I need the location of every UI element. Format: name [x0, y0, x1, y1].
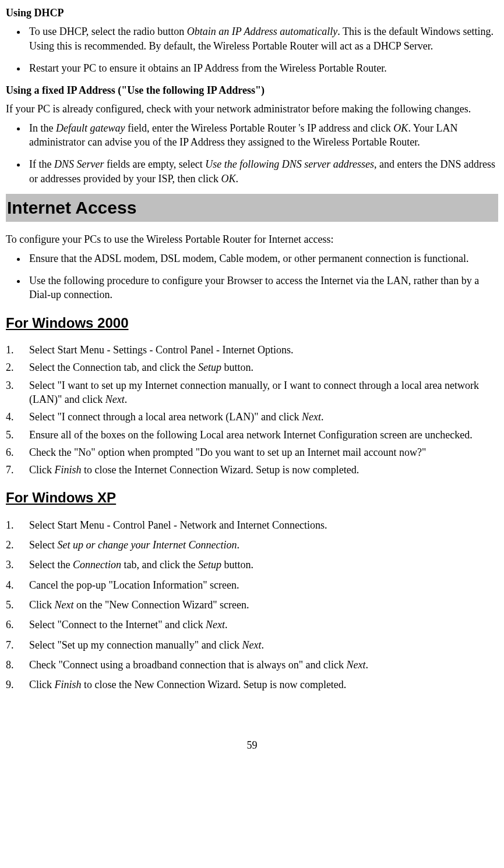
text: Click — [29, 599, 55, 611]
list-item: Select Set up or change your Internet Co… — [6, 538, 498, 552]
text: . — [235, 173, 238, 185]
heading-fixed-ip: Using a fixed IP Address ("Use the follo… — [6, 83, 498, 97]
text: Select the — [29, 559, 73, 571]
text-emphasis: Default gateway — [56, 122, 125, 134]
text: Select — [29, 539, 57, 551]
text-emphasis: Next — [302, 411, 321, 423]
text: Click — [29, 679, 55, 690]
bullet-list-internet-access: Ensure that the ADSL modem, DSL modem, C… — [6, 251, 498, 302]
list-item: Select the Connection tab, and click the… — [6, 360, 498, 374]
list-item: Cancel the pop-up "Location Information"… — [6, 578, 498, 592]
list-item: Select Start Menu - Control Panel - Netw… — [6, 518, 498, 532]
list-item: Use the following procedure to configure… — [27, 274, 498, 302]
paragraph: If your PC is already configured, check … — [6, 102, 498, 116]
text: . — [125, 394, 128, 405]
text: . — [237, 539, 239, 551]
text: Select "I want to set up my Internet con… — [29, 380, 479, 405]
text: Check the "No" option when prompted "Do … — [29, 447, 426, 458]
list-item: Click Finish to close the New Connection… — [6, 678, 498, 692]
list-item: Check the "No" option when prompted "Do … — [6, 445, 498, 459]
list-item: Select "I connect through a local area n… — [6, 410, 498, 424]
text: fields are empty, select — [104, 158, 205, 170]
list-item: Click Next on the "New Connection Wizard… — [6, 598, 498, 612]
list-item: Select "I want to set up my Internet con… — [6, 378, 498, 407]
text: to close the New Connection Wizard. Setu… — [82, 679, 347, 690]
list-item: If the DNS Server fields are empty, sele… — [27, 157, 498, 186]
text: Select "Set up my connection manually" a… — [29, 639, 242, 651]
text: to close the Internet Connection Wizard.… — [82, 464, 360, 476]
list-item: Click Finish to close the Internet Conne… — [6, 463, 498, 477]
text-emphasis: Next — [105, 394, 125, 405]
text: Select the Connection tab, and click the — [29, 362, 198, 373]
text: button. — [221, 362, 253, 373]
numbered-list-winxp: Select Start Menu - Control Panel - Netw… — [6, 518, 498, 692]
text-emphasis: Next — [242, 639, 262, 651]
list-item: Ensure that the ADSL modem, DSL modem, C… — [27, 251, 498, 265]
section-bar-internet-access: Internet Access — [6, 194, 498, 222]
text: Ensure all of the boxes on the following… — [29, 429, 473, 441]
text: . — [225, 619, 228, 630]
text-emphasis: Finish — [55, 464, 82, 476]
list-item: Check "Connect using a broadband connect… — [6, 658, 498, 672]
heading-windows-xp: For Windows XP — [6, 488, 498, 507]
bullet-list-fixed-ip: In the Default gateway field, enter the … — [6, 121, 498, 186]
text: on the "New Connection Wizard" screen. — [74, 599, 249, 611]
text: Cancel the pop-up "Location Information"… — [29, 579, 239, 591]
text-emphasis: Setup — [198, 362, 221, 373]
text-emphasis: Next — [55, 599, 74, 611]
text-emphasis: Next — [347, 659, 366, 671]
text-emphasis: Set up or change your Internet Connectio… — [57, 539, 237, 551]
text: . — [262, 639, 265, 651]
paragraph: To configure your PCs to use the Wireles… — [6, 232, 498, 246]
text-emphasis: OK — [221, 173, 235, 185]
text: Select "I connect through a local area n… — [29, 411, 302, 423]
text: tab, and click the — [121, 559, 198, 571]
text: Check "Connect using a broadband connect… — [29, 659, 347, 671]
text: In the — [29, 122, 56, 134]
text: Select Start Menu - Control Panel - Netw… — [29, 519, 327, 531]
text-emphasis: Next — [206, 619, 225, 630]
text: field, enter the Wireless Portable Route… — [125, 122, 393, 134]
text: If the — [29, 158, 54, 170]
text: . — [366, 659, 369, 671]
text-emphasis: DNS Server — [54, 158, 104, 170]
text: Select Start Menu - Settings - Control P… — [29, 344, 293, 356]
list-item: Restart your PC to ensure it obtains an … — [27, 61, 498, 75]
heading-using-dhcp: Using DHCP — [6, 6, 498, 20]
text: Restart your PC to ensure it obtains an … — [29, 62, 387, 74]
list-item: To use DHCP, select the radio button Obt… — [27, 24, 498, 53]
text: button. — [221, 559, 253, 571]
text-emphasis: OK — [393, 122, 408, 134]
bullet-list-dhcp: To use DHCP, select the radio button Obt… — [6, 24, 498, 75]
text-emphasis: Use the following DNS server addresses — [205, 158, 374, 170]
text-emphasis: Obtain an IP Address automatically — [187, 26, 338, 37]
heading-windows-2000: For Windows 2000 — [6, 314, 498, 332]
text-emphasis: Connection — [73, 559, 121, 571]
list-item: Select "Set up my connection manually" a… — [6, 638, 498, 652]
numbered-list-win2000: Select Start Menu - Settings - Control P… — [6, 343, 498, 477]
list-item: In the Default gateway field, enter the … — [27, 121, 498, 150]
text-emphasis: Setup — [198, 559, 221, 571]
text: Click — [29, 464, 55, 476]
list-item: Select the Connection tab, and click the… — [6, 558, 498, 572]
list-item: Ensure all of the boxes on the following… — [6, 428, 498, 442]
list-item: Select "Connect to the Internet" and cli… — [6, 618, 498, 632]
text-emphasis: Finish — [55, 679, 82, 690]
list-item: Select Start Menu - Settings - Control P… — [6, 343, 498, 357]
text: . — [321, 411, 324, 423]
text: Select "Connect to the Internet" and cli… — [29, 619, 206, 630]
text: To use DHCP, select the radio button — [29, 26, 187, 37]
page-number: 59 — [6, 738, 498, 752]
